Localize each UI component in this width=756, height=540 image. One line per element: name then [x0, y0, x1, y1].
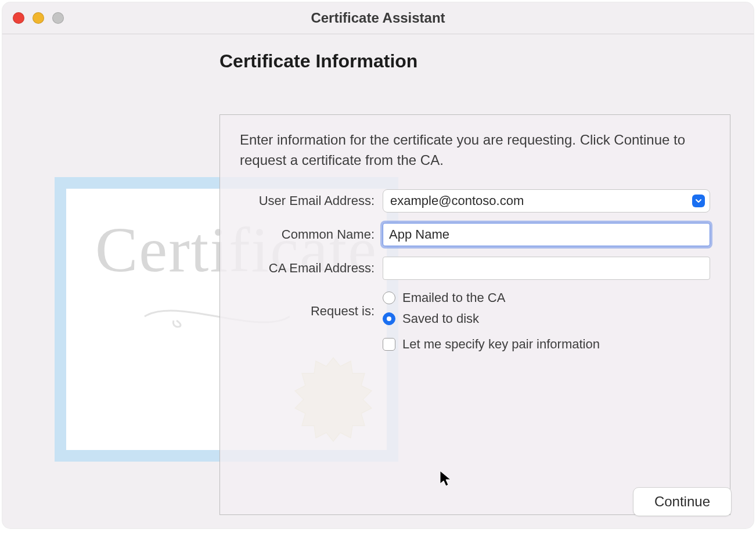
close-window-button[interactable] — [13, 12, 24, 24]
titlebar: Certificate Assistant — [2, 2, 754, 34]
chevron-down-icon — [692, 195, 705, 207]
window-body: Certificate Certificate Information Ente… — [2, 34, 754, 528]
continue-button[interactable]: Continue — [633, 487, 732, 516]
row-specify-keypair: Let me specify key pair information — [240, 337, 710, 358]
row-request-is: Request is: Emailed to the CA Saved to d… — [240, 290, 710, 332]
label-ca-email: CA Email Address: — [240, 261, 383, 276]
radio-emailed-to-ca[interactable]: Emailed to the CA — [383, 290, 710, 305]
user-email-value: example@contoso.com — [390, 193, 692, 208]
checkbox-specify-keypair[interactable]: Let me specify key pair information — [383, 337, 710, 352]
row-user-email: User Email Address: example@contoso.com — [240, 189, 710, 213]
form-panel: Enter information for the certificate yo… — [219, 114, 730, 515]
instructions-text: Enter information for the certificate yo… — [240, 130, 710, 171]
radio-saved-label: Saved to disk — [402, 311, 479, 326]
radio-icon — [383, 312, 395, 325]
common-name-input[interactable] — [383, 223, 710, 246]
radio-icon — [383, 291, 395, 304]
label-request-is: Request is: — [240, 304, 383, 319]
traffic-lights — [2, 12, 64, 24]
radio-saved-to-disk[interactable]: Saved to disk — [383, 311, 710, 326]
label-common-name: Common Name: — [240, 227, 383, 242]
certificate-assistant-window: Certificate Assistant Certificate Certif… — [2, 2, 754, 528]
window-title: Certificate Assistant — [2, 10, 754, 26]
user-email-combobox[interactable]: example@contoso.com — [383, 189, 710, 213]
label-user-email: User Email Address: — [240, 193, 383, 208]
ca-email-input[interactable] — [383, 257, 710, 280]
page-heading: Certificate Information — [219, 51, 732, 72]
radio-emailed-label: Emailed to the CA — [402, 290, 505, 305]
row-ca-email: CA Email Address: — [240, 257, 710, 280]
checkbox-specify-keypair-label: Let me specify key pair information — [402, 337, 600, 352]
minimize-window-button[interactable] — [33, 12, 44, 24]
zoom-window-button[interactable] — [52, 12, 64, 24]
checkbox-icon — [383, 338, 395, 351]
button-row: Continue — [633, 487, 732, 516]
row-common-name: Common Name: — [240, 223, 710, 246]
